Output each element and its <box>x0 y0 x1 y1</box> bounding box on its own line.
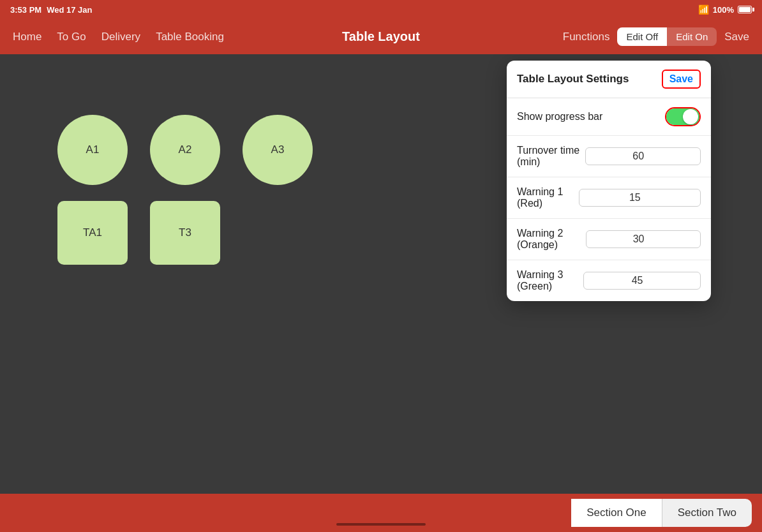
settings-turnover-label: Turnover time (min) <box>517 145 585 168</box>
wifi-icon: 📶 <box>698 4 709 15</box>
nav-right: Functions Edit Off Edit On Save <box>563 27 749 46</box>
section-one-button[interactable]: Section One <box>571 499 662 527</box>
settings-warning3-input[interactable] <box>583 272 701 290</box>
settings-turnover-input[interactable] <box>585 147 701 165</box>
nav-to-go[interactable]: To Go <box>57 31 86 43</box>
table-T3-label: T3 <box>179 226 191 239</box>
status-bar-left: 3:53 PM Wed 17 Jan <box>10 5 92 15</box>
settings-row-turnover: Turnover time (min) <box>507 136 711 177</box>
toggle-thumb <box>683 109 698 124</box>
battery-percent: 100% <box>713 5 734 15</box>
settings-warning3-label: Warning 3 (Green) <box>517 269 583 292</box>
settings-row-warning2: Warning 2 (Orange) <box>507 219 711 260</box>
table-A1-label: A1 <box>86 144 100 156</box>
nav-left: Home To Go Delivery Table Booking <box>13 31 224 43</box>
settings-row-warning1: Warning 1 (Red) <box>507 177 711 219</box>
settings-row-warning3: Warning 3 (Green) <box>507 260 711 301</box>
edit-off-button[interactable]: Edit Off <box>617 27 667 46</box>
battery-icon-container <box>738 6 752 13</box>
battery-fill <box>739 7 751 12</box>
bottom-bar: Section One Section Two <box>0 494 762 532</box>
toggle-track <box>666 108 699 125</box>
main-content: A1 A2 A3 TA1 T3 Table Layout Settings Sa… <box>0 54 762 494</box>
settings-warning1-label: Warning 1 (Red) <box>517 186 579 209</box>
scroll-indicator <box>336 523 426 526</box>
settings-warning2-label: Warning 2 (Orange) <box>517 228 586 251</box>
nav-save-button[interactable]: Save <box>724 31 749 43</box>
nav-delivery[interactable]: Delivery <box>101 31 140 43</box>
table-A3-label: A3 <box>271 144 285 156</box>
nav-bar: Home To Go Delivery Table Booking Table … <box>0 19 762 54</box>
table-A2-label: A2 <box>179 144 192 156</box>
settings-progress-bar-label: Show progress bar <box>517 111 602 122</box>
table-TA1-label: TA1 <box>83 226 102 239</box>
settings-title: Table Layout Settings <box>517 73 629 85</box>
settings-popup: Table Layout Settings Save Show progress… <box>507 61 711 301</box>
time: 3:53 PM <box>10 5 41 15</box>
progress-bar-toggle[interactable] <box>665 107 701 126</box>
table-T3[interactable]: T3 <box>150 201 220 265</box>
table-A3[interactable]: A3 <box>243 115 313 185</box>
settings-header: Table Layout Settings Save <box>507 61 711 98</box>
table-area: A1 A2 A3 TA1 T3 Table Layout Settings Sa… <box>0 54 762 494</box>
nav-functions[interactable]: Functions <box>563 31 610 43</box>
settings-row-progress-bar: Show progress bar <box>507 98 711 136</box>
nav-title: Table Layout <box>342 29 420 44</box>
edit-on-button[interactable]: Edit On <box>667 27 717 46</box>
battery-icon <box>738 6 752 13</box>
table-TA1[interactable]: TA1 <box>57 201 128 265</box>
table-A1[interactable]: A1 <box>57 115 128 185</box>
nav-home[interactable]: Home <box>13 31 41 43</box>
settings-save-button[interactable]: Save <box>662 70 701 89</box>
date: Wed 17 Jan <box>47 5 92 15</box>
edit-toggle: Edit Off Edit On <box>617 27 717 46</box>
settings-warning2-input[interactable] <box>586 230 701 248</box>
status-bar-right: 📶 100% <box>698 4 752 15</box>
status-bar: 3:53 PM Wed 17 Jan 📶 100% <box>0 0 762 19</box>
section-two-button[interactable]: Section Two <box>662 499 752 527</box>
table-A2[interactable]: A2 <box>150 115 220 185</box>
settings-warning1-input[interactable] <box>579 189 701 207</box>
nav-table-booking[interactable]: Table Booking <box>156 31 224 43</box>
